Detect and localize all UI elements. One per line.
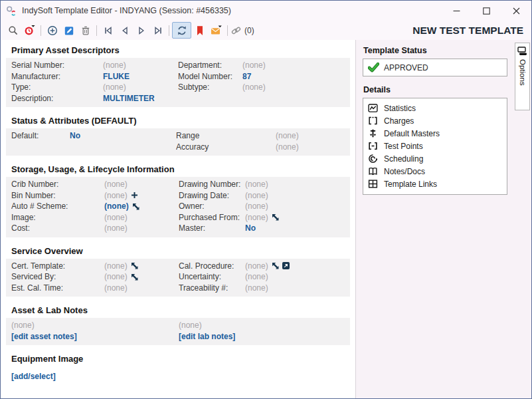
est-cal-time-label: Est. Cal. Time: [11,283,104,294]
add-select-image-link[interactable]: [add/select] [11,372,56,381]
details-item-label: Notes/Docs [384,167,425,176]
search-icon [8,25,19,36]
primary-asset-panel: Serial Number: (none) Department: (none)… [6,58,350,107]
nav-previous-button[interactable] [116,23,133,38]
section-title-primary: Primary Asset Descriptors [6,45,350,55]
details-item-notes-docs[interactable]: Notes/Docs [368,165,502,178]
section-title-storage: Storage, Usage, & Lifecycle Information [6,164,350,174]
search-button[interactable] [5,23,21,38]
section-title-notes: Asset & Lab Notes [6,305,350,315]
drawing-date-value: (none) [245,190,347,201]
open-cal-procedure-icon[interactable] [282,262,290,269]
details-item-charges[interactable]: Charges [368,114,502,127]
cert-template-label: Cert. Template: [11,261,104,272]
description-label: Description: [11,93,103,104]
edit-lab-notes-link[interactable]: [edit lab notes] [179,331,347,342]
nav-first-icon [103,25,114,36]
crib-number-label: Crib Number: [11,179,104,190]
auto-scheme-value[interactable]: (none) [104,201,129,212]
monitor-icon [517,47,527,56]
add-bin-icon[interactable] [131,192,138,199]
edit-button[interactable] [60,23,77,38]
nav-first-button[interactable] [100,23,116,38]
options-tab-label: Options [519,59,527,86]
email-icon [211,25,222,36]
statistics-icon [368,103,378,113]
links-button[interactable]: (0) [230,26,254,35]
service-overview-panel: Cert. Template: (none) Cal. Procedure: (… [6,259,350,297]
default-value[interactable]: No [70,130,176,142]
model-number-value[interactable]: 87 [242,71,347,82]
details-item-template-links[interactable]: Template Links [368,178,502,190]
nav-next-icon [136,25,147,36]
template-status-value: APPROVED [384,63,428,72]
details-item-label: Statistics [384,104,416,113]
details-item-scheduling[interactable]: Scheduling [368,152,502,165]
window-controls [442,1,531,21]
serial-number-label: Serial Number: [11,60,103,71]
nav-last-button[interactable] [149,23,166,38]
delete-button[interactable] [77,23,94,38]
serviced-by-value: (none) [104,271,128,283]
toolbar-separator [41,25,41,36]
cost-value: (none) [104,223,179,234]
email-button[interactable] [208,23,224,38]
cal-procedure-label: Cal. Procedure: [179,261,245,272]
bin-number-label: Bin Number: [11,190,104,201]
nav-next-button[interactable] [133,23,149,38]
details-item-statistics[interactable]: Statistics [368,102,502,114]
goto-auto-scheme-icon[interactable] [132,203,139,210]
nav-previous-icon [120,25,130,36]
details-box: Statistics Charges Default Masters [363,98,507,195]
drawing-date-label: Drawing Date: [179,190,245,201]
accuracy-label: Accuracy [176,142,276,153]
options-tab[interactable]: Options [515,43,530,110]
storage-lifecycle-panel: Crib Number: (none) Drawing Number: (non… [6,177,350,237]
purchased-from-value: (none) [245,212,268,223]
goto-purchased-from-icon[interactable] [272,213,279,221]
goto-serviced-by-icon[interactable] [131,273,138,281]
refresh-icon [177,25,187,36]
refresh-button[interactable] [172,22,191,39]
close-button[interactable] [501,1,531,21]
template-status-heading: Template Status [363,46,507,55]
history-icon [24,25,35,36]
details-item-default-masters[interactable]: Default Masters [368,127,502,140]
template-status-box[interactable]: APPROVED [363,59,507,76]
master-value[interactable]: No [245,223,347,234]
edit-asset-notes-link[interactable]: [edit asset notes] [11,331,179,342]
type-label: Type: [11,82,103,93]
notes-docs-icon [368,166,378,176]
master-label: Master: [179,223,245,234]
lab-notes-value: (none) [179,320,347,331]
edit-icon [64,25,74,36]
cal-procedure-value: (none) [245,261,268,272]
status-attributes-panel: Default: No Range (none) Accuracy (none) [6,128,350,156]
add-button[interactable] [44,23,60,38]
asset-lab-notes-panel: (none) (none) [edit asset notes] [edit l… [6,318,350,345]
serviced-by-label: Serviced By: [11,271,104,283]
bookmark-button[interactable] [191,23,208,38]
bookmark-icon [195,25,205,36]
details-item-test-points[interactable]: Test Points [368,140,502,152]
crib-number-value: (none) [104,179,179,190]
section-title-equipment-image: Equipment Image [6,354,350,364]
drawing-number-label: Drawing Number: [179,179,245,190]
maximize-button[interactable] [472,1,501,21]
goto-cert-template-icon[interactable] [131,262,138,269]
approved-check-icon [368,63,379,72]
goto-cal-procedure-icon[interactable] [272,262,279,269]
description-value[interactable]: MULTIMETER [103,93,178,104]
drawing-number-value: (none) [245,179,347,190]
department-value: (none) [242,60,347,71]
nav-last-icon [153,25,163,36]
manufacturer-value[interactable]: FLUKE [103,71,178,82]
sidebar: Template Status APPROVED Details Statist… [355,40,531,398]
serial-number-value: (none) [103,60,178,71]
minimize-button[interactable] [442,1,472,21]
toolbar-separator [227,25,228,36]
charges-icon [368,116,378,126]
section-title-status: Status & Attributes (DEFAULT) [6,116,350,126]
history-button[interactable] [21,23,38,38]
scheduling-icon [368,154,378,164]
